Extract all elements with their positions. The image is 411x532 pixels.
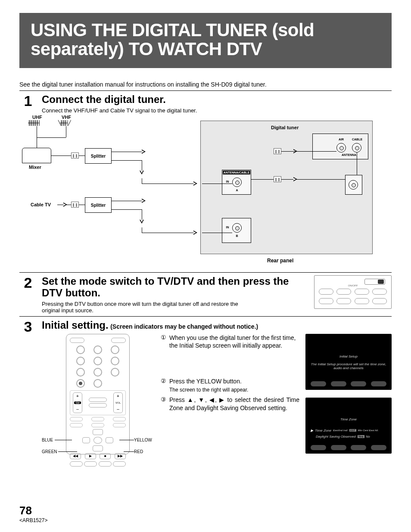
document-id: <ARB1527> [19,517,47,523]
line [142,160,142,171]
step2-text: Set the mode switch to TV/DTV and then p… [42,275,308,314]
label-antenna: ANTENNA [336,153,361,156]
dpad-center [93,437,102,444]
list-item: ③ Press ▲, ▼, ◀, ▶ to select the desired… [160,396,299,412]
yellow-button [99,461,112,467]
row-rest: Mtn Cent East Atl. [358,429,379,432]
line [112,201,142,201]
label-cabletv: Cable TV [31,202,51,207]
prev-button: ▶ [85,453,96,459]
line [37,137,66,138]
blue-button [70,461,83,467]
label-in: IN [224,226,231,229]
vol-rocker: + VOL – [113,392,123,413]
line [142,233,193,233]
remote-button [372,289,387,295]
step3-screens-column: Initial Setup The Initial Setup procedur… [305,334,392,454]
step-1: 1 Connect the digital tuner. Connect the… [19,93,392,114]
arrow-down-icon [140,220,144,224]
label-in: IN [224,180,231,183]
remote-figure-column: + CH – + VOL – [42,334,154,454]
remote-button [319,289,333,295]
dpad-left [82,437,90,443]
screen-softkey [311,381,326,386]
page-footer: 78 <ARB1527> [19,504,47,523]
remote-button [111,338,126,343]
step3-layout: + CH – + VOL – [42,334,392,454]
spacer [160,358,299,377]
remote-button [111,368,119,376]
step2-remote-figure: ON/OFF [314,275,392,314]
screen-time-zone: Time Zone ▶ Time Zone East/Ind Ind/ EST … [305,398,392,454]
step-body: Connect the digital tuner. Connect the V… [42,93,392,114]
minus-icon: – [117,407,119,411]
page: USING THE DIGITAL TUNER (sold separately… [0,0,411,532]
remote-button [111,357,119,365]
item-number: ③ [160,396,167,412]
remote-small-row [70,417,126,421]
remote-mid-buttons [89,398,107,408]
step-heading: Connect the digital tuner. [42,93,392,106]
remote-circle-grid [74,345,121,388]
remote-rocker-area: + CH – + VOL – [70,390,126,415]
mixer-box [22,148,51,163]
line [37,126,37,148]
uhf-antenna-icon: ╫╫╫╫╫┤ [28,120,40,126]
plus-icon: + [117,394,119,398]
ch-rocker: + CH – [73,392,82,413]
line [142,178,142,184]
button-row [319,289,387,295]
screen-softkey [371,381,386,386]
remote-button [336,289,351,295]
item-sub: The screen to the right will appear. [169,386,299,393]
remote-button [70,417,83,421]
inline-connector-icon [71,152,79,159]
label-rear-panel: Rear panel [267,258,293,264]
label-splitter: Splitter [91,153,106,158]
inline-connector-icon [71,202,79,208]
remote-button [70,338,84,343]
remote-button [89,403,107,408]
connection-diagram: UHF VHF ╫╫╫╫╫┤ ╲╫╫╫┤╱ Mixer Splitter Cab… [19,115,392,270]
remote-button [91,417,104,421]
label-ch: CH [74,401,81,404]
inline-connector-icon [274,148,281,154]
splitter-box-1: Splitter [85,148,112,164]
item-main: Press the YELLOW button. [169,378,242,385]
air-port-icon [336,143,346,152]
red-button [113,461,126,467]
remote-button [372,298,387,304]
arrow-right-icon [293,177,297,181]
plus-icon: + [76,394,79,398]
step-heading: Set the mode switch to TV/DTV and then p… [42,275,308,299]
remote-button [113,417,126,421]
remote-button [76,379,85,388]
green-button [84,461,97,467]
callout-line [58,451,77,452]
transport-row: ◀◀ ▶ ■ ▶▶ [70,453,126,459]
port-a-icon [232,177,242,187]
item-text: Press the YELLOW button. The screen to t… [169,377,299,393]
step-body: Set the mode switch to TV/DTV and then p… [42,275,392,314]
step-body: Initial setting. (Screen indicators may … [42,319,392,454]
item-number: ② [160,377,167,393]
remote-button [93,345,102,354]
row-label: Time Zone [315,429,331,432]
screen-softkey [351,445,366,450]
list-item: ① When you use the digital tuner for the… [160,334,299,350]
port-b-icon [232,223,242,233]
button-row [319,298,387,304]
cursor-icon: ▶ [311,429,313,432]
line [142,184,193,184]
callout-yellow: YELLOW [134,438,152,442]
label-air: AIR [336,138,346,141]
remote-small: ON/OFF [314,275,392,309]
line [202,184,232,184]
page-number: 78 [19,504,47,517]
step-note: (Screen indicators may be changed withou… [110,323,258,330]
remote-button [111,345,119,354]
label-ant-cable: ANTENNA/CABLE [223,171,250,174]
line [202,233,232,233]
screen-initial-setup: Initial Setup The Initial Setup procedur… [305,334,392,390]
screen-row-2: Daylight Saving Observed Yes No [311,435,386,439]
